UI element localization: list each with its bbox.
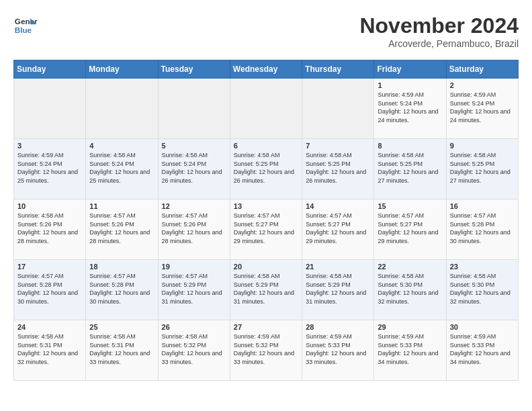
day-number: 1 bbox=[378, 81, 442, 89]
calendar-cell bbox=[230, 79, 302, 139]
calendar-cell: 10Sunrise: 4:58 AM Sunset: 5:26 PM Dayli… bbox=[14, 199, 86, 260]
calendar-cell bbox=[14, 79, 86, 139]
day-number: 19 bbox=[162, 263, 226, 271]
day-info: Sunrise: 4:59 AM Sunset: 5:24 PM Dayligh… bbox=[378, 91, 442, 124]
day-number: 15 bbox=[378, 202, 442, 210]
day-number: 12 bbox=[162, 202, 226, 210]
day-info: Sunrise: 4:57 AM Sunset: 5:26 PM Dayligh… bbox=[89, 212, 154, 245]
calendar-cell: 14Sunrise: 4:57 AM Sunset: 5:27 PM Dayli… bbox=[302, 199, 374, 260]
weekday-header: Monday bbox=[86, 60, 158, 79]
day-info: Sunrise: 4:58 AM Sunset: 5:26 PM Dayligh… bbox=[17, 212, 82, 245]
day-number: 13 bbox=[234, 202, 298, 210]
day-info: Sunrise: 4:59 AM Sunset: 5:33 PM Dayligh… bbox=[306, 332, 370, 366]
logo: General Blue bbox=[13, 13, 38, 38]
day-number: 30 bbox=[450, 323, 515, 331]
day-info: Sunrise: 4:58 AM Sunset: 5:24 PM Dayligh… bbox=[162, 151, 226, 185]
day-number: 24 bbox=[17, 323, 82, 331]
weekday-header: Sunday bbox=[14, 60, 86, 79]
day-info: Sunrise: 4:58 AM Sunset: 5:25 PM Dayligh… bbox=[378, 151, 442, 185]
day-info: Sunrise: 4:59 AM Sunset: 5:33 PM Dayligh… bbox=[378, 332, 442, 366]
calendar-cell: 29Sunrise: 4:59 AM Sunset: 5:33 PM Dayli… bbox=[374, 320, 446, 381]
day-info: Sunrise: 4:57 AM Sunset: 5:26 PM Dayligh… bbox=[162, 212, 226, 245]
weekday-header-row: SundayMondayTuesdayWednesdayThursdayFrid… bbox=[14, 60, 519, 79]
day-info: Sunrise: 4:58 AM Sunset: 5:32 PM Dayligh… bbox=[162, 332, 226, 366]
day-info: Sunrise: 4:59 AM Sunset: 5:33 PM Dayligh… bbox=[450, 332, 515, 366]
weekday-header: Thursday bbox=[302, 60, 374, 79]
calendar-cell bbox=[302, 79, 374, 139]
calendar-cell: 12Sunrise: 4:57 AM Sunset: 5:26 PM Dayli… bbox=[158, 199, 230, 260]
day-number: 22 bbox=[378, 263, 442, 271]
calendar-cell: 7Sunrise: 4:58 AM Sunset: 5:25 PM Daylig… bbox=[302, 139, 374, 199]
calendar-cell: 6Sunrise: 4:58 AM Sunset: 5:25 PM Daylig… bbox=[230, 139, 302, 199]
calendar-cell: 21Sunrise: 4:58 AM Sunset: 5:29 PM Dayli… bbox=[302, 260, 374, 320]
weekday-header: Saturday bbox=[446, 60, 518, 79]
calendar-cell: 24Sunrise: 4:58 AM Sunset: 5:31 PM Dayli… bbox=[14, 320, 86, 381]
calendar-cell: 18Sunrise: 4:57 AM Sunset: 5:28 PM Dayli… bbox=[86, 260, 158, 320]
day-info: Sunrise: 4:58 AM Sunset: 5:24 PM Dayligh… bbox=[89, 151, 154, 185]
day-info: Sunrise: 4:58 AM Sunset: 5:29 PM Dayligh… bbox=[234, 272, 298, 306]
day-number: 7 bbox=[306, 142, 370, 150]
day-info: Sunrise: 4:57 AM Sunset: 5:29 PM Dayligh… bbox=[162, 272, 226, 306]
calendar-cell: 1Sunrise: 4:59 AM Sunset: 5:24 PM Daylig… bbox=[374, 79, 446, 139]
calendar-cell bbox=[158, 79, 230, 139]
location: Arcoverde, Pernambuco, Brazil bbox=[359, 38, 519, 49]
day-number: 28 bbox=[306, 323, 370, 331]
svg-text:General: General bbox=[15, 17, 38, 26]
day-info: Sunrise: 4:57 AM Sunset: 5:27 PM Dayligh… bbox=[234, 212, 298, 245]
calendar-cell: 20Sunrise: 4:58 AM Sunset: 5:29 PM Dayli… bbox=[230, 260, 302, 320]
day-info: Sunrise: 4:58 AM Sunset: 5:31 PM Dayligh… bbox=[17, 332, 82, 366]
calendar-cell: 15Sunrise: 4:57 AM Sunset: 5:27 PM Dayli… bbox=[374, 199, 446, 260]
calendar-week-row: 1Sunrise: 4:59 AM Sunset: 5:24 PM Daylig… bbox=[14, 79, 519, 139]
day-info: Sunrise: 4:57 AM Sunset: 5:28 PM Dayligh… bbox=[89, 272, 154, 306]
day-number: 10 bbox=[17, 202, 82, 210]
day-info: Sunrise: 4:59 AM Sunset: 5:24 PM Dayligh… bbox=[17, 151, 82, 185]
day-info: Sunrise: 4:58 AM Sunset: 5:25 PM Dayligh… bbox=[450, 151, 515, 185]
calendar-cell: 8Sunrise: 4:58 AM Sunset: 5:25 PM Daylig… bbox=[374, 139, 446, 199]
month-title: November 2024 bbox=[359, 13, 519, 38]
day-number: 18 bbox=[89, 263, 154, 271]
day-number: 29 bbox=[378, 323, 442, 331]
calendar-cell: 25Sunrise: 4:58 AM Sunset: 5:31 PM Dayli… bbox=[86, 320, 158, 381]
calendar-week-row: 24Sunrise: 4:58 AM Sunset: 5:31 PM Dayli… bbox=[14, 320, 519, 381]
calendar-cell: 23Sunrise: 4:58 AM Sunset: 5:30 PM Dayli… bbox=[446, 260, 518, 320]
calendar-cell: 22Sunrise: 4:58 AM Sunset: 5:30 PM Dayli… bbox=[374, 260, 446, 320]
day-info: Sunrise: 4:57 AM Sunset: 5:28 PM Dayligh… bbox=[17, 272, 82, 306]
day-number: 3 bbox=[17, 142, 82, 150]
day-info: Sunrise: 4:58 AM Sunset: 5:29 PM Dayligh… bbox=[306, 272, 370, 306]
calendar-cell: 5Sunrise: 4:58 AM Sunset: 5:24 PM Daylig… bbox=[158, 139, 230, 199]
calendar-cell: 3Sunrise: 4:59 AM Sunset: 5:24 PM Daylig… bbox=[14, 139, 86, 199]
day-info: Sunrise: 4:59 AM Sunset: 5:32 PM Dayligh… bbox=[234, 332, 298, 366]
day-number: 21 bbox=[306, 263, 370, 271]
day-info: Sunrise: 4:59 AM Sunset: 5:24 PM Dayligh… bbox=[450, 91, 515, 124]
title-block: November 2024 Arcoverde, Pernambuco, Bra… bbox=[359, 13, 519, 49]
calendar-cell: 26Sunrise: 4:58 AM Sunset: 5:32 PM Dayli… bbox=[158, 320, 230, 381]
day-number: 25 bbox=[89, 323, 154, 331]
weekday-header: Wednesday bbox=[230, 60, 302, 79]
day-info: Sunrise: 4:58 AM Sunset: 5:30 PM Dayligh… bbox=[378, 272, 442, 306]
weekday-header: Friday bbox=[374, 60, 446, 79]
day-number: 11 bbox=[89, 202, 154, 210]
day-number: 9 bbox=[450, 142, 515, 150]
calendar-cell: 2Sunrise: 4:59 AM Sunset: 5:24 PM Daylig… bbox=[446, 79, 518, 139]
logo-icon: General Blue bbox=[13, 13, 38, 38]
calendar-cell: 11Sunrise: 4:57 AM Sunset: 5:26 PM Dayli… bbox=[86, 199, 158, 260]
weekday-header: Tuesday bbox=[158, 60, 230, 79]
day-number: 23 bbox=[450, 263, 515, 271]
calendar-week-row: 3Sunrise: 4:59 AM Sunset: 5:24 PM Daylig… bbox=[14, 139, 519, 199]
day-number: 16 bbox=[450, 202, 515, 210]
day-number: 27 bbox=[234, 323, 298, 331]
day-number: 8 bbox=[378, 142, 442, 150]
day-number: 6 bbox=[234, 142, 298, 150]
calendar-cell: 4Sunrise: 4:58 AM Sunset: 5:24 PM Daylig… bbox=[86, 139, 158, 199]
calendar-cell: 13Sunrise: 4:57 AM Sunset: 5:27 PM Dayli… bbox=[230, 199, 302, 260]
day-info: Sunrise: 4:57 AM Sunset: 5:28 PM Dayligh… bbox=[450, 212, 515, 245]
day-number: 4 bbox=[89, 142, 154, 150]
calendar-cell bbox=[86, 79, 158, 139]
calendar-cell: 30Sunrise: 4:59 AM Sunset: 5:33 PM Dayli… bbox=[446, 320, 518, 381]
calendar-cell: 9Sunrise: 4:58 AM Sunset: 5:25 PM Daylig… bbox=[446, 139, 518, 199]
day-number: 20 bbox=[234, 263, 298, 271]
day-number: 14 bbox=[306, 202, 370, 210]
calendar-cell: 28Sunrise: 4:59 AM Sunset: 5:33 PM Dayli… bbox=[302, 320, 374, 381]
day-number: 26 bbox=[162, 323, 226, 331]
day-info: Sunrise: 4:58 AM Sunset: 5:25 PM Dayligh… bbox=[306, 151, 370, 185]
